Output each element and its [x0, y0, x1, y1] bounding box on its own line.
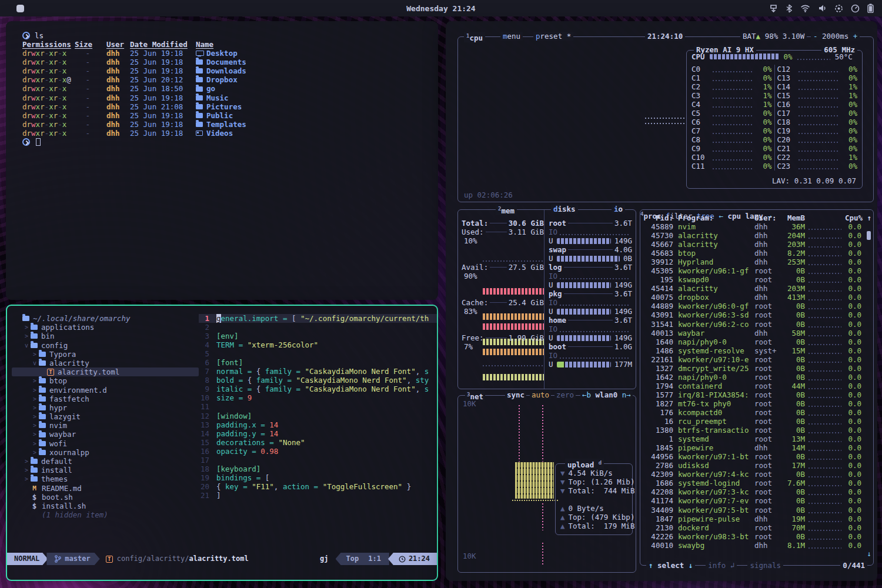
- net-interface[interactable]: ←b wlan0 n→: [580, 390, 633, 399]
- preset-button[interactable]: preset *: [533, 32, 573, 41]
- code-buffer[interactable]: 1general.import = [ "~/.config/omarchy/c…: [199, 314, 437, 541]
- code-line: 1general.import = [ "~/.config/omarchy/c…: [199, 314, 437, 323]
- process-row[interactable]: 195kswapd0root0B0.0: [640, 275, 864, 284]
- process-row[interactable]: 40013waybardhh58M0.0: [640, 329, 864, 338]
- process-row[interactable]: 1systemdroot13M0.0: [640, 435, 864, 443]
- tree-folder[interactable]: >bin: [12, 332, 199, 340]
- process-row[interactable]: 22161kworker/u97:10-eroot0B0.0: [640, 355, 864, 364]
- tree-folder[interactable]: >fastfetch: [12, 395, 199, 403]
- tree-folder[interactable]: valacritty: [12, 359, 199, 368]
- scroll-label: Top: [346, 554, 359, 563]
- proc-scrollbar[interactable]: [867, 231, 871, 240]
- tree-folder[interactable]: >nvim: [12, 421, 199, 430]
- disk-usage-meter: U149G: [549, 236, 632, 245]
- scroll-down-arrow[interactable]: ↓: [867, 549, 871, 558]
- net-auto-toggle[interactable]: auto: [530, 390, 551, 399]
- process-row[interactable]: 1577irq/81-PIXA3854:root0B0.0: [640, 390, 864, 399]
- core-row: C00%: [691, 65, 772, 74]
- process-row[interactable]: 31541kworker/u96:2-coroot0B0.0: [640, 320, 864, 329]
- tree-folder[interactable]: >applications: [12, 323, 199, 332]
- cpu-model: Ryzen AI 9 HX: [694, 45, 756, 54]
- tree-folder[interactable]: >xournalpp: [12, 448, 199, 457]
- tree-folder[interactable]: >wofi: [12, 439, 199, 448]
- tree-folder[interactable]: >themes: [12, 475, 199, 483]
- proc-signals-button[interactable]: signals: [747, 561, 783, 570]
- battery-icon[interactable]: [867, 4, 874, 13]
- tree-folder[interactable]: >Typora: [12, 350, 199, 359]
- process-row[interactable]: 2130dockerdroot70M0.0: [640, 523, 864, 532]
- code-line: 15decorations = "None": [199, 438, 437, 447]
- process-row[interactable]: 44956kworker/u97:1-btroot0B0.0: [640, 452, 864, 461]
- gauge-icon[interactable]: [851, 4, 860, 13]
- process-row[interactable]: 41174kworker/u97:7-evroot0B0.0: [640, 496, 864, 505]
- terminal-cursor[interactable]: [36, 138, 41, 146]
- net-zero-toggle[interactable]: zero: [554, 390, 576, 399]
- screen-record-icon[interactable]: [834, 4, 843, 13]
- process-row[interactable]: 1642napi/phy0-0root0B0.0: [640, 373, 864, 382]
- shell-prompt-active[interactable]: [22, 138, 438, 146]
- process-row[interactable]: 16rcu_preemptroot0B0.0: [640, 417, 864, 426]
- process-row[interactable]: 1847pipewire-pulsedhh19M0.0: [640, 514, 864, 523]
- tree-folder[interactable]: >hypr: [12, 403, 199, 412]
- menu-button[interactable]: menu: [500, 32, 523, 41]
- proc-info-button[interactable]: info ↲: [706, 561, 737, 570]
- net-sync-toggle[interactable]: sync: [505, 390, 526, 399]
- tree-folder[interactable]: ~/.local/share/omarchy: [12, 314, 199, 323]
- tree-folder[interactable]: >btop: [12, 376, 199, 385]
- tree-folder[interactable]: >lazygit: [12, 412, 199, 421]
- file-tree[interactable]: ~/.local/share/omarchy>applications>binv…: [12, 314, 199, 541]
- sort-direction-arrow[interactable]: ↑: [867, 213, 871, 222]
- tree-folder[interactable]: >install: [12, 466, 199, 475]
- process-row[interactable]: 45889nvimdhh36M0.0: [640, 222, 864, 231]
- process-row[interactable]: 42309kworker/u97:4-kcroot0B0.0: [640, 470, 864, 479]
- tree-folder[interactable]: >environment.d: [12, 386, 199, 395]
- disk-row: swap4.0G: [549, 245, 632, 254]
- btop-window[interactable]: 1cpu menu preset * 21:24:10 BAT▲ 98% 3.1…: [446, 21, 877, 581]
- process-row[interactable]: 39912Hyprlanddhh253M0.0: [640, 258, 864, 266]
- process-row[interactable]: 42226kworker/u98:3-btroot0B0.0: [640, 532, 864, 541]
- bluetooth-icon[interactable]: [786, 4, 793, 13]
- process-row[interactable]: 1686systemd-logindroot7.6M0.0: [640, 479, 864, 487]
- tree-folder[interactable]: vconfig: [12, 341, 199, 350]
- process-row[interactable]: 45667alacrittydhh203M0.0: [640, 240, 864, 249]
- process-row[interactable]: 34409kworker/u97:5-btroot0B0.0: [640, 506, 864, 514]
- process-row[interactable]: 40075dropboxdhh413M0.0: [640, 293, 864, 302]
- tree-item[interactable]: Talacritty.toml: [12, 368, 199, 376]
- tree-item[interactable]: $boot.sh: [12, 493, 199, 502]
- process-row[interactable]: 45414alacrittydhh203M0.0: [640, 284, 864, 293]
- process-row[interactable]: 45683btopdhh8.2M0.0: [640, 249, 864, 258]
- updates-icon[interactable]: [769, 4, 778, 13]
- process-row[interactable]: 1640napi/phy0-0root0B0.0: [640, 338, 864, 346]
- col-date-modified: Date Modified: [130, 40, 185, 49]
- process-row[interactable]: 1486systemd-resolvesyst+15M0.0: [640, 346, 864, 355]
- process-row[interactable]: 2786udisksdroot17M0.0: [640, 461, 864, 470]
- interval-minus[interactable]: -: [813, 32, 818, 41]
- tree-item[interactable]: $install.sh: [12, 502, 199, 510]
- proc-select-keys[interactable]: ↑ select ↓: [646, 561, 695, 570]
- wifi-icon[interactable]: [800, 4, 810, 12]
- process-row[interactable]: 1794containerdroot44M0.0: [640, 382, 864, 390]
- process-row[interactable]: 44889kworker/u96:0-gfroot0B0.0: [640, 302, 864, 310]
- process-row[interactable]: 40010swaybgdhh8.1M0.0: [640, 541, 864, 550]
- folder-icon: [31, 459, 38, 464]
- process-row[interactable]: 45730alacrittydhh204M0.0: [640, 231, 864, 240]
- process-row[interactable]: 176kcompactd0root0B0.0: [640, 408, 864, 417]
- process-row[interactable]: 1327dmcrypt_write/25root0B0.0: [640, 364, 864, 373]
- process-row[interactable]: 45305kworker/u96:1-gfroot0B0.0: [640, 266, 864, 275]
- proc-footer: ↑ select ↓ info ↲ signals 0/441: [640, 561, 873, 570]
- process-row[interactable]: 42208kworker/u97:3-kcroot0B0.0: [640, 487, 864, 496]
- video-icon: [196, 131, 203, 136]
- tree-folder[interactable]: >default: [12, 457, 199, 466]
- cpu-tab[interactable]: 1cpu: [464, 32, 485, 42]
- process-row[interactable]: 1827mt76-tx phy0root0B0.0: [640, 399, 864, 408]
- tree-folder[interactable]: >waybar: [12, 430, 199, 439]
- process-row[interactable]: 1845pipewiredhh14M0.0: [640, 443, 864, 452]
- folder-icon: [39, 378, 46, 383]
- volume-icon[interactable]: [818, 4, 827, 12]
- tree-item[interactable]: MREADME.md: [12, 484, 199, 493]
- process-row[interactable]: 1380btrfs-transactioroot0B0.0: [640, 426, 864, 435]
- terminal-window[interactable]: ls Permissions Size User Date Modified N…: [6, 21, 438, 300]
- interval-plus[interactable]: +: [853, 32, 858, 41]
- process-row[interactable]: 43091kworker/u96:3-sdroot0B0.0: [640, 310, 864, 319]
- neovim-window[interactable]: ~/.local/share/omarchy>applications>binv…: [6, 305, 438, 581]
